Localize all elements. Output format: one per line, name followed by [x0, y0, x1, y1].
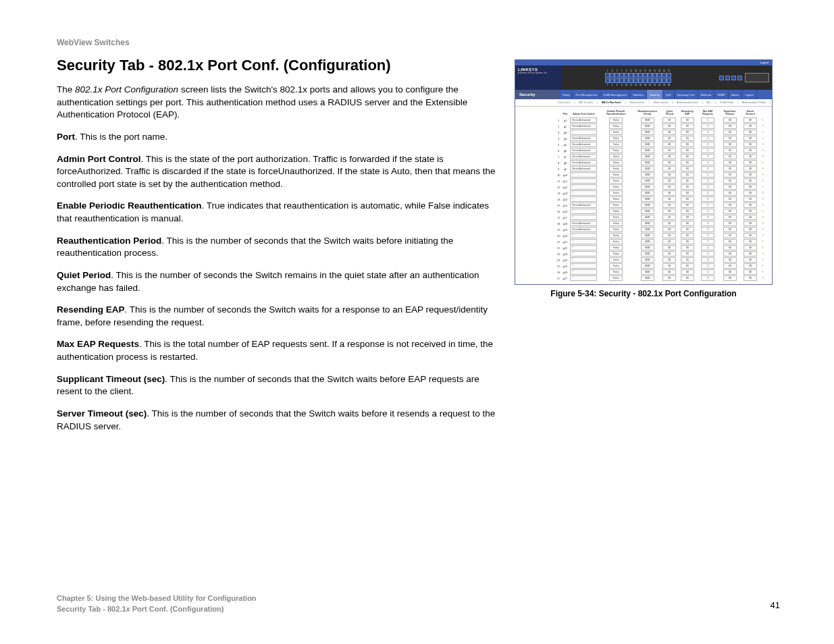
edit-icon[interactable]: ✎ [761, 252, 765, 256]
edit-icon[interactable]: ✎ [761, 276, 765, 280]
enable-reauth-cell-value[interactable]: False [609, 184, 623, 190]
port-icon[interactable] [615, 73, 619, 78]
edit-icon[interactable]: ✎ [761, 234, 765, 238]
port-icon[interactable] [605, 73, 610, 78]
resending-eap-cell-value[interactable]: 30 [681, 117, 694, 123]
reauth-period-cell-value[interactable]: 3600 [641, 209, 654, 214]
edit-icon[interactable]: ✎ [761, 203, 765, 207]
quiet-period-cell-value[interactable]: 60 [662, 215, 676, 220]
quiet-period-cell-value[interactable]: 60 [662, 190, 676, 196]
max-eap-cell-value[interactable]: 2 [701, 233, 714, 238]
admin-port-control-cell-value[interactable]: * [570, 196, 597, 202]
quiet-period-cell-value[interactable]: 60 [662, 130, 676, 135]
enable-reauth-cell-value[interactable]: False [609, 221, 623, 226]
sub-tab[interactable]: Local Users [556, 99, 572, 106]
main-tab[interactable]: Port Management [573, 90, 600, 99]
reauth-period-cell-value[interactable]: 3600 [641, 215, 654, 220]
max-eap-cell-value[interactable]: 2 [701, 124, 714, 129]
edit-icon[interactable]: ✎ [761, 227, 765, 232]
sub-tab[interactable]: Authentication Profiles [740, 99, 768, 106]
enable-reauth-cell-value[interactable]: False [609, 124, 623, 129]
main-tab[interactable]: SNMP [714, 90, 729, 99]
main-tab[interactable]: Statistics [630, 90, 647, 99]
reauth-period-cell-value[interactable]: 3600 [641, 221, 654, 226]
edit-icon[interactable]: ✎ [761, 130, 765, 134]
server-timeout-cell-value[interactable]: 30 [744, 221, 757, 226]
reauth-period-cell-value[interactable]: 3600 [641, 148, 654, 153]
max-eap-cell-value[interactable]: 2 [701, 215, 714, 220]
admin-port-control-cell-value[interactable]: * [570, 178, 597, 184]
resending-eap-cell-value[interactable]: 30 [681, 142, 694, 147]
admin-port-control-cell-value[interactable]: * [570, 263, 597, 269]
sub-tab[interactable]: 802.1x Port Conf. [600, 99, 623, 106]
resending-eap-cell-value[interactable]: 30 [681, 136, 694, 141]
resending-eap-cell-value[interactable]: 30 [681, 227, 694, 232]
enable-reauth-cell-value[interactable]: False [609, 172, 623, 178]
resending-eap-cell-value[interactable]: 30 [681, 190, 694, 196]
port-icon[interactable] [605, 78, 610, 83]
quiet-period-cell-value[interactable]: 60 [662, 227, 676, 232]
max-eap-cell-value[interactable]: 2 [701, 196, 714, 202]
port-icon[interactable] [643, 73, 648, 78]
enable-reauth-cell-value[interactable]: False [609, 154, 623, 159]
port-icon[interactable] [648, 73, 652, 78]
supplicant-timeout-cell-value[interactable]: 30 [723, 203, 737, 208]
enable-reauth-cell-value[interactable]: False [609, 209, 623, 214]
resending-eap-cell-value[interactable]: 30 [681, 215, 694, 220]
server-timeout-cell-value[interactable]: 30 [744, 184, 757, 190]
server-timeout-cell-value[interactable]: 30 [744, 190, 757, 196]
admin-port-control-cell-value[interactable]: Force Authorized [570, 124, 597, 129]
admin-port-control-cell-value[interactable]: * [570, 251, 597, 257]
admin-port-control-cell-value[interactable]: * [570, 269, 597, 275]
reauth-period-cell-value[interactable]: 3600 [641, 245, 654, 250]
sub-tab[interactable]: Authenticated Users [675, 99, 700, 106]
quiet-period-cell-value[interactable]: 60 [662, 172, 676, 178]
server-timeout-cell-value[interactable]: 30 [744, 209, 757, 214]
quiet-period-cell-value[interactable]: 60 [662, 117, 676, 123]
server-timeout-cell-value[interactable]: 30 [744, 251, 757, 257]
reauth-period-cell-value[interactable]: 3600 [641, 239, 654, 244]
supplicant-timeout-cell-value[interactable]: 30 [723, 148, 737, 153]
resending-eap-cell-value[interactable]: 30 [681, 263, 694, 269]
resending-eap-cell-value[interactable]: 30 [681, 124, 694, 129]
port-icon[interactable] [657, 78, 662, 83]
port-icon[interactable] [652, 73, 657, 78]
reauth-period-cell-value[interactable]: 3600 [641, 227, 654, 232]
reauth-period-cell-value[interactable]: 3600 [641, 190, 654, 196]
quiet-period-cell-value[interactable]: 60 [662, 269, 676, 275]
reauth-period-cell-value[interactable]: 3600 [641, 275, 654, 281]
port-icon[interactable] [624, 73, 629, 78]
quiet-period-cell-value[interactable]: 60 [662, 154, 676, 159]
admin-port-control-cell-value[interactable]: Force Authorized [570, 221, 597, 226]
quiet-period-cell-value[interactable]: 60 [662, 178, 676, 184]
server-timeout-cell-value[interactable]: 30 [744, 203, 757, 208]
enable-reauth-cell-value[interactable]: False [609, 130, 623, 135]
server-timeout-cell-value[interactable]: 30 [744, 136, 757, 141]
max-eap-cell-value[interactable]: 2 [701, 172, 714, 178]
resending-eap-cell-value[interactable]: 30 [681, 196, 694, 202]
reauth-period-cell-value[interactable]: 3600 [641, 263, 654, 269]
resending-eap-cell-value[interactable]: 30 [681, 269, 694, 275]
sub-tab[interactable]: ACL [705, 99, 714, 106]
port-icon[interactable] [648, 78, 652, 83]
resending-eap-cell-value[interactable]: 30 [681, 251, 694, 257]
max-eap-cell-value[interactable]: 2 [701, 257, 714, 263]
max-eap-cell-value[interactable]: 2 [701, 245, 714, 250]
max-eap-cell-value[interactable]: 2 [701, 142, 714, 147]
reauth-period-cell-value[interactable]: 3600 [641, 166, 654, 171]
resending-eap-cell-value[interactable]: 30 [681, 166, 694, 171]
server-timeout-cell-value[interactable]: 30 [744, 227, 757, 232]
resending-eap-cell-value[interactable]: 30 [681, 203, 694, 208]
main-tab[interactable]: Security [647, 90, 662, 99]
quiet-period-cell-value[interactable]: 60 [662, 263, 676, 269]
main-tab[interactable]: Logout [742, 90, 756, 99]
server-timeout-cell-value[interactable]: 30 [744, 275, 757, 281]
port-icon[interactable] [619, 78, 624, 83]
supplicant-timeout-cell-value[interactable]: 30 [723, 275, 737, 281]
sub-tab[interactable]: Radius Server [627, 99, 646, 106]
supplicant-timeout-cell-value[interactable]: 30 [723, 117, 737, 123]
supplicant-timeout-cell-value[interactable]: 30 [723, 136, 737, 141]
edit-icon[interactable]: ✎ [761, 118, 765, 122]
reauth-period-cell-value[interactable]: 3600 [641, 184, 654, 190]
enable-reauth-cell-value[interactable]: False [609, 227, 623, 232]
